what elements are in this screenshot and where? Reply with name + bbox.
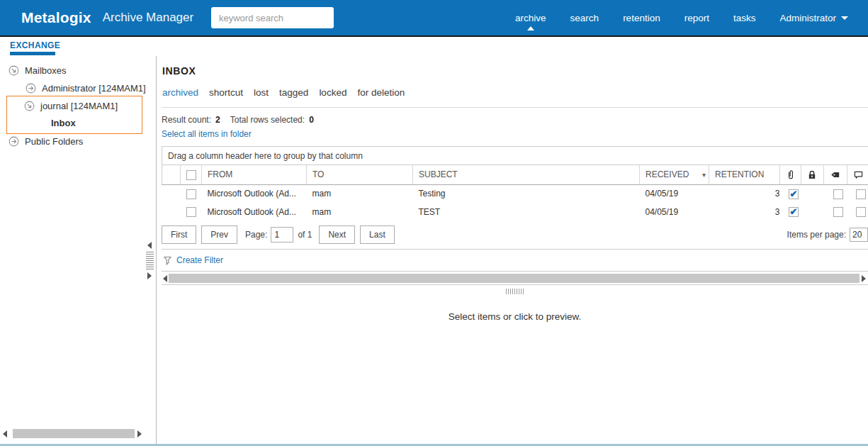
cell-retention: 3 (709, 203, 780, 221)
cell-from: Microsoft Outlook (Ad... (202, 203, 307, 221)
collapsed-node-icon[interactable] (26, 83, 36, 94)
row-indicator-cell (162, 203, 181, 221)
rows-selected-value: 0 (309, 115, 314, 125)
first-page-button[interactable]: First (162, 225, 196, 244)
tab-for-deletion[interactable]: for deletion (357, 87, 405, 98)
expanded-node-icon[interactable] (24, 101, 35, 111)
splitter-grip[interactable] (146, 252, 154, 269)
cell-lock (801, 203, 824, 221)
cell-to: mam (307, 203, 413, 221)
column-tag[interactable] (824, 165, 847, 184)
sidebar-horizontal-scrollbar[interactable] (0, 428, 149, 439)
page-number-input[interactable] (271, 227, 293, 242)
cell-attachment (780, 203, 801, 221)
expanded-node-icon[interactable] (9, 65, 19, 76)
create-filter-link[interactable]: Create Filter (176, 255, 223, 265)
tree-item-journal[interactable]: journal [124MAM1] (24, 98, 118, 113)
message-row[interactable]: Microsoft Outlook (Ad... mam TEST 04/05/… (162, 203, 868, 221)
lock-icon (807, 169, 817, 180)
scroll-right-icon[interactable] (862, 275, 866, 282)
prev-page-button[interactable]: Prev (201, 225, 237, 244)
select-all-checkbox-header[interactable] (181, 165, 202, 184)
nav-retention-label: retention (623, 13, 660, 23)
column-received[interactable]: RECEIVED ▾ (640, 165, 709, 184)
product-name: Archive Manager (103, 11, 194, 25)
tab-lost[interactable]: lost (254, 87, 269, 98)
tab-shortcut[interactable]: shortcut (209, 87, 243, 98)
row-indicator-cell (162, 184, 181, 203)
comment-checkbox[interactable] (856, 207, 866, 217)
row-select-cell (181, 184, 202, 203)
nav-tasks[interactable]: tasks (733, 3, 756, 33)
message-row[interactable]: Microsoft Outlook (Ad... mam Testing 04/… (162, 184, 868, 203)
tree-item-inbox[interactable]: Inbox (51, 115, 76, 130)
cell-to: mam (307, 184, 413, 203)
tag-checkbox[interactable] (833, 189, 843, 199)
row-indicator-column (162, 165, 181, 184)
filter-dropdown-icon[interactable]: ▾ (702, 171, 706, 179)
tag-checkbox[interactable] (833, 207, 843, 217)
top-bar: Metalogix Archive Manager archive search… (0, 0, 868, 35)
page-label: Page: (245, 230, 267, 240)
nav-report-label: report (684, 13, 709, 23)
collapse-left-icon[interactable] (147, 242, 152, 249)
column-lock[interactable] (801, 165, 824, 184)
cell-from: Microsoft Outlook (Ad... (202, 184, 307, 203)
tree-item-mailboxes[interactable]: Mailboxes (9, 62, 67, 78)
comment-checkbox[interactable] (856, 189, 866, 199)
column-comment[interactable] (847, 165, 868, 184)
items-per-page-input[interactable] (850, 228, 868, 242)
tree-item-public-folders[interactable]: Public Folders (9, 133, 83, 149)
attachment-checkbox[interactable] (789, 207, 799, 217)
grid-horizontal-scrollbar[interactable] (162, 272, 868, 285)
cell-comment (847, 184, 868, 203)
metalogix-logo: Metalogix (21, 9, 91, 26)
tab-exchange[interactable]: EXCHANGE (10, 37, 60, 50)
header-checkbox[interactable] (186, 170, 196, 180)
scrollbar-thumb[interactable] (13, 429, 135, 438)
attachment-checkbox[interactable] (789, 189, 799, 199)
column-attachment[interactable] (780, 165, 801, 184)
group-by-dropzone[interactable]: Drag a column header here to group by th… (162, 146, 868, 165)
nav-report[interactable]: report (684, 3, 709, 33)
scrollbar-thumb[interactable] (169, 274, 859, 283)
tab-archived[interactable]: archived (162, 87, 198, 98)
nav-archive[interactable]: archive (515, 3, 546, 33)
nav-search-label: search (570, 13, 599, 23)
cell-received: 04/05/19 (640, 203, 709, 221)
top-nav: archive search retention report tasks Ad… (515, 3, 848, 33)
result-summary: Result count: 2 Total rows selected: 0 (162, 115, 868, 125)
last-page-button[interactable]: Last (360, 225, 395, 244)
keyword-search-input[interactable] (211, 7, 334, 28)
nav-archive-label: archive (515, 13, 546, 23)
column-from[interactable]: FROM (202, 165, 307, 184)
column-to[interactable]: TO (307, 165, 413, 184)
cell-subject: Testing (413, 184, 640, 203)
row-checkbox[interactable] (186, 189, 196, 199)
nav-search[interactable]: search (570, 3, 599, 33)
user-menu[interactable]: Administrator (779, 13, 848, 23)
tree-item-administrator[interactable]: Administrator [124MAM1] (26, 80, 146, 96)
scroll-left-icon[interactable] (163, 275, 167, 282)
tab-locked[interactable]: locked (319, 87, 346, 98)
message-grid: FROM TO SUBJECT RECEIVED ▾ RETENTION (162, 165, 868, 221)
column-subject[interactable]: SUBJECT (413, 165, 640, 184)
cell-tag (824, 203, 847, 221)
expand-right-icon[interactable] (147, 272, 152, 279)
cell-subject: TEST (413, 203, 640, 221)
row-checkbox[interactable] (186, 207, 196, 217)
panel-splitter[interactable] (145, 242, 154, 279)
next-page-button[interactable]: Next (319, 225, 355, 244)
filter-row: Create Filter (162, 250, 868, 272)
rows-selected-label: Total rows selected: (230, 115, 305, 125)
nav-retention[interactable]: retention (623, 3, 660, 33)
column-retention[interactable]: RETENTION (709, 165, 780, 184)
preview-splitter-grip[interactable] (506, 289, 524, 294)
scroll-right-icon[interactable] (137, 430, 142, 437)
tree-item-label: journal [124MAM1] (40, 101, 118, 111)
tab-tagged[interactable]: tagged (279, 87, 308, 98)
collapsed-node-icon[interactable] (9, 136, 19, 147)
active-tab-caret-icon (527, 26, 534, 30)
select-all-link[interactable]: Select all items in folder (162, 129, 252, 139)
scroll-left-icon[interactable] (3, 430, 7, 437)
